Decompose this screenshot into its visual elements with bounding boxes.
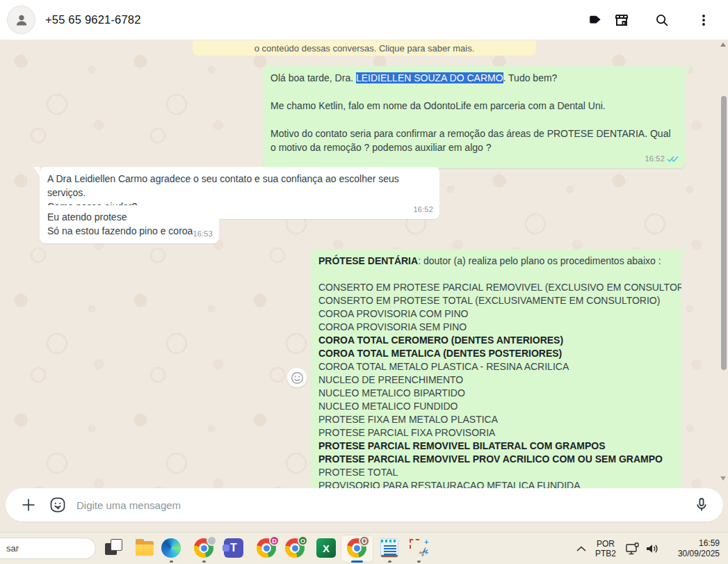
taskbar-search-text: sar — [6, 543, 19, 554]
teams-button[interactable]: T — [224, 538, 244, 558]
taskbar-clock[interactable]: 16:59 30/09/2025 — [665, 538, 720, 559]
chevron-up-icon — [576, 546, 586, 552]
message-meta: 16:52 — [413, 202, 433, 216]
scrollbar-down-arrow[interactable] — [720, 476, 726, 481]
procedure-line: NUCLEO METALICO BIPARTIDO — [318, 387, 674, 400]
procedure-line: PROTESE PARCIAL FIXA PROVISORIA — [318, 426, 674, 440]
message-input[interactable] — [75, 499, 691, 512]
procedures-list: CONSERTO EM PROTESE PARCIAL REMOVIVEL (E… — [318, 281, 674, 488]
attach-button[interactable] — [18, 494, 39, 515]
message-timestamp: 16:52 — [413, 202, 433, 216]
chat-header: +55 65 9621-6782 — [0, 0, 728, 40]
snipping-tool-button[interactable]: ✂++ — [409, 538, 429, 558]
chrome-icon: O — [285, 538, 305, 558]
message-meta: 16:53 — [193, 227, 213, 241]
tray-status-icons[interactable] — [625, 542, 660, 556]
procedure-line: PROTESE PARCIAL REMOVIVEL BILATERAL COM … — [318, 440, 674, 453]
procedure-line: CONSERTO EM PROTESE PARCIAL REMOVIVEL (E… — [318, 281, 674, 294]
message-outgoing-procedures[interactable]: PRÓTESE DENTÁRIA: doutor (a) realiza pel… — [311, 249, 681, 488]
procedure-line: NUCLEO METALICO FUNDIDO — [318, 400, 674, 413]
scrollbar-up-arrow[interactable] — [720, 42, 726, 47]
teams-icon: T — [224, 538, 243, 558]
message-outgoing-greeting[interactable]: Olá boa tarde, Dra. LEIDIELLEN SOUZA DO … — [263, 66, 685, 168]
procedure-line: PROTESE FIXA EM METALO PLASTICA — [318, 413, 674, 426]
contact-name[interactable]: +55 65 9621-6782 — [45, 13, 141, 26]
selected-text: LEIDIELLEN SOUZA DO CARMO — [356, 72, 503, 83]
chrome-icon: D — [257, 538, 276, 558]
message-intro: PRÓTESE DENTÁRIA: doutor (a) realiza pel… — [318, 255, 674, 268]
snipping-tool-icon: ✂++ — [409, 538, 428, 558]
bubble-tail — [685, 66, 691, 75]
header-actions — [583, 0, 728, 40]
sticker-button[interactable] — [47, 494, 68, 515]
message-paragraph: Me chamo Ketlin, falo em nome da OdontoL… — [270, 99, 677, 113]
profile-avatar-badge — [207, 535, 217, 546]
label-tag-icon — [588, 13, 603, 28]
running-indicator — [388, 561, 391, 563]
running-indicator — [202, 561, 206, 563]
profile-letter-badge: O — [298, 535, 308, 546]
message-incoming-reply[interactable]: Eu atendo protese Só na estou fazendo pi… — [40, 205, 219, 243]
scrollbar-thumb[interactable] — [721, 96, 727, 370]
message-timestamp: 16:53 — [193, 227, 213, 241]
excel-icon: X — [316, 538, 336, 558]
procedure-line: COROA TOTAL CEROMERO (DENTES ANTERIORES) — [318, 334, 674, 347]
encryption-notice-banner[interactable]: o conteúdo dessas conversas. Clique para… — [193, 40, 536, 56]
message-composer — [6, 488, 723, 522]
label-button[interactable] — [583, 8, 607, 32]
procedure-line: PROTESE PARCIAL REMOVIVEL PROV ACRILICO … — [318, 453, 674, 466]
whatsapp-window: o conteúdo dessas conversas. Clique para… — [0, 0, 728, 564]
message-meta: 16:52 — [645, 152, 679, 166]
plus-icon — [20, 497, 37, 513]
volume-icon — [645, 542, 660, 555]
edge-icon — [161, 538, 181, 558]
menu-button[interactable] — [692, 8, 715, 32]
running-indicator — [170, 561, 173, 563]
task-view-button[interactable] — [104, 538, 124, 558]
chat-area[interactable]: o conteúdo dessas conversas. Clique para… — [0, 40, 728, 532]
taskbar-search[interactable]: sar — [0, 538, 96, 559]
clock-date: 30/09/2025 — [665, 549, 720, 559]
running-indicator — [417, 561, 421, 563]
file-explorer-icon — [135, 538, 155, 558]
windows-taskbar: sar T D O — [0, 532, 728, 564]
chrome-profile2-button[interactable]: D — [257, 538, 277, 558]
message-timestamp: 16:52 — [645, 152, 665, 166]
procedure-line: CONSERTO EM PROTESE TOTAL (EXCLUSIVAMENT… — [318, 294, 674, 307]
react-button[interactable] — [287, 368, 307, 387]
active-app-indicator — [351, 561, 363, 563]
search-button[interactable] — [650, 8, 674, 32]
react-smiley-icon — [291, 371, 304, 385]
tray-overflow-button[interactable] — [572, 546, 590, 552]
chrome-icon: O — [347, 538, 366, 558]
voice-message-button[interactable] — [691, 494, 712, 515]
task-view-icon — [104, 538, 124, 558]
procedure-line: COROA PROVISORIA SEM PINO — [318, 321, 674, 334]
bubble-tail — [681, 249, 688, 258]
clock-time: 16:59 — [665, 538, 720, 549]
file-explorer-button[interactable] — [135, 538, 155, 558]
procedure-line: PROVISORIO PARA RESTAURACAO METALICA FUN… — [318, 479, 674, 488]
language-indicator[interactable]: POR PTB2 — [590, 539, 621, 558]
mic-icon — [693, 497, 710, 513]
profile-letter-badge: O — [359, 535, 370, 547]
procedure-line: PROTESE TOTAL — [318, 466, 674, 479]
person-icon — [13, 12, 30, 29]
chrome-profile3-button[interactable]: O — [285, 538, 305, 558]
chrome-active-button[interactable]: O — [347, 538, 367, 558]
bubble-tail — [33, 167, 40, 176]
chrome-profile1-button[interactable] — [194, 538, 214, 558]
profile-letter-badge: D — [269, 535, 280, 546]
notepad-icon — [380, 538, 398, 558]
excel-button[interactable]: X — [316, 538, 337, 558]
contact-avatar[interactable] — [7, 6, 35, 34]
storefront-button[interactable] — [610, 8, 633, 32]
edge-button[interactable] — [161, 538, 181, 558]
notepad-button[interactable] — [380, 538, 401, 558]
double-check-icon — [667, 155, 679, 163]
procedure-line: COROA PROVISORIA COM PINO — [318, 307, 674, 321]
procedure-line: COROA TOTAL METALICA (DENTES POSTERIORES… — [318, 347, 674, 360]
chrome-icon — [194, 538, 213, 558]
language-line1: POR — [590, 539, 621, 549]
system-tray: POR PTB2 16:59 30/09/2025 — [572, 533, 728, 564]
